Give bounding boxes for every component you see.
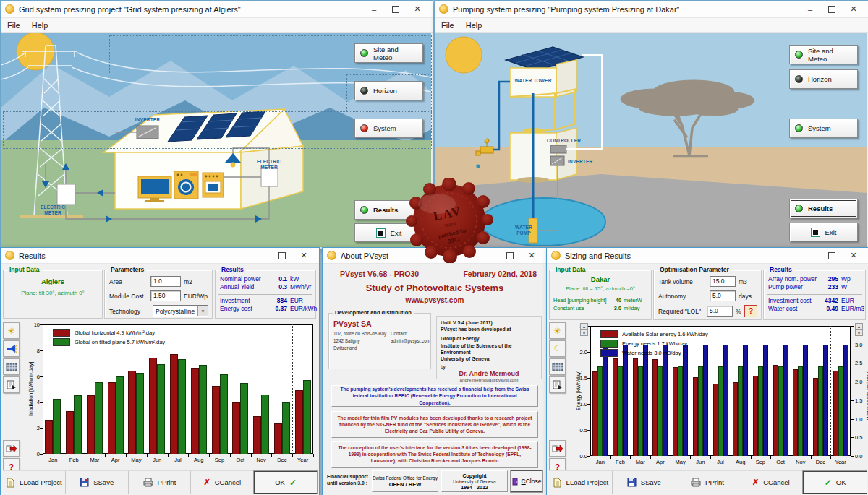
x-tick-label: Dec xyxy=(809,459,831,465)
x-tick-label: Sep xyxy=(749,459,771,465)
titlebar[interactable]: Grid system presizing project "Grid syst… xyxy=(1,1,433,18)
close-button[interactable]: ✕ xyxy=(843,2,864,17)
window-title: Pumping system presizing "Pumping system… xyxy=(453,5,679,14)
ofen-line1: Swiss Federal Office for Energy xyxy=(373,475,438,481)
meter-box-pylon xyxy=(57,184,75,205)
right-axis-spinner[interactable]: ▲▼ xyxy=(855,323,863,336)
x-tick-label: May xyxy=(670,459,692,465)
ofen-line2: OFEN / BEW xyxy=(389,481,422,488)
chart-bar xyxy=(261,395,269,454)
chart-bar xyxy=(638,366,643,456)
chart-bar xyxy=(240,383,248,454)
minimize-button[interactable]: – xyxy=(363,2,385,17)
contact-email[interactable]: admin@pvsyst.com xyxy=(391,337,430,345)
cancel-x-icon: ✗ xyxy=(752,478,759,487)
x-tick-label: Jan xyxy=(590,459,611,465)
copyright-line1: Copyright xyxy=(462,473,486,478)
x-tick-label: Feb xyxy=(610,459,631,465)
history-line: PVsyst has been developed at xyxy=(441,326,537,332)
chart-bar xyxy=(116,376,124,454)
chart-bar xyxy=(703,345,708,456)
x-tick-label: Aug xyxy=(730,459,752,465)
chart-bar xyxy=(778,366,783,456)
save-icon xyxy=(627,478,637,487)
author-email[interactable]: andre.mermoud@pvsyst.com xyxy=(441,377,537,382)
chart-bar xyxy=(178,359,186,454)
chart-bar xyxy=(603,345,608,456)
chart-bar xyxy=(783,345,788,456)
x-tick-label: Mar xyxy=(629,459,651,465)
desktop: Grid system presizing project "Grid syst… xyxy=(0,0,868,495)
chart-bar xyxy=(723,345,728,456)
exit-button[interactable]: Exit xyxy=(789,223,858,241)
horizon-button[interactable]: Horizon xyxy=(789,69,858,89)
exit-door-icon xyxy=(512,478,519,486)
wax-seal-watermark: LAV team patched by 33Ci xyxy=(402,178,496,263)
cancel-button[interactable]: ✗ CCancel xyxy=(739,471,803,494)
ok-button[interactable]: ✓ OK xyxy=(803,471,867,494)
chart-bar xyxy=(798,366,803,456)
electric-meter-label-house: ELECTRIC METER xyxy=(252,159,286,171)
chart-bar xyxy=(698,366,703,456)
led-icon xyxy=(360,49,368,57)
maximize-button[interactable] xyxy=(385,2,407,17)
cancel-button[interactable]: ✗ CCancel xyxy=(191,471,254,494)
chart-bar xyxy=(253,416,261,454)
chart-bar xyxy=(618,366,623,456)
close-dialog-button[interactable]: CClose xyxy=(511,470,542,492)
y-axis-title: Irradiation [kWh/m².day] xyxy=(28,362,33,416)
save-button[interactable]: SSave xyxy=(66,471,129,494)
menu-file[interactable]: File xyxy=(7,21,20,30)
load-project-icon xyxy=(553,478,562,488)
website-link[interactable]: www.pvsyst.com xyxy=(323,296,547,304)
save-button[interactable]: SSave xyxy=(613,471,676,494)
chart-bar xyxy=(633,358,638,456)
system-button[interactable]: System xyxy=(354,119,423,138)
horizon-button[interactable]: Horizon xyxy=(354,81,423,100)
close-button[interactable]: ✕ xyxy=(407,2,428,17)
label: Load Project xyxy=(570,478,608,486)
inverter-label: INVERTER xyxy=(132,117,163,123)
copyright-box: Copyright University of Geneva 1994 - 20… xyxy=(441,470,508,492)
label: Print xyxy=(162,478,176,486)
needs-energy-chart: 0.00.51.01.52.02.50.00.51.01.52.02.53.03… xyxy=(547,248,868,495)
x-tick-label: May xyxy=(125,457,147,463)
results-button[interactable]: Results xyxy=(789,199,858,218)
print-button[interactable]: PPrint xyxy=(129,471,192,494)
x-tick-label: Jun xyxy=(689,459,711,465)
cancel-x-icon: ✗ xyxy=(203,478,210,487)
x-tick-label: Aug xyxy=(188,457,210,463)
menu-help[interactable]: Help xyxy=(466,21,482,30)
chart-bar xyxy=(149,358,157,454)
load-project-button[interactable]: LLoad Project xyxy=(549,471,613,494)
chart-bar xyxy=(693,377,698,456)
x-tick-label: Jun xyxy=(146,457,168,463)
minimize-button[interactable]: – xyxy=(799,2,821,17)
print-button[interactable]: PPrint xyxy=(676,471,740,494)
chart-bar xyxy=(74,395,82,454)
load-project-button[interactable]: LLoad Project xyxy=(3,471,66,494)
window-grid-presizing: Grid system presizing project "Grid syst… xyxy=(0,0,433,249)
ok-button[interactable]: OK ✓ xyxy=(254,471,317,494)
footer-toolbar: LLoad Project SSave PPrint ✗ CCancel ✓ O… xyxy=(549,470,867,494)
print-icon xyxy=(143,478,153,487)
left-axis-spinner[interactable]: ▲▼ xyxy=(580,323,588,336)
x-tick-label: Year xyxy=(830,459,851,465)
window-title: Grid system presizing project "Grid syst… xyxy=(19,5,241,14)
menu-file[interactable]: File xyxy=(441,21,454,30)
menu-help[interactable]: Help xyxy=(32,21,48,30)
x-tick-label: Sep xyxy=(209,457,231,463)
maximize-button[interactable] xyxy=(821,2,843,17)
led-icon xyxy=(360,124,368,132)
chart-bar xyxy=(87,395,95,454)
chart-bar xyxy=(295,390,303,454)
chart-bar xyxy=(212,386,220,454)
titlebar[interactable]: Pumping system presizing "Pumping system… xyxy=(435,1,868,18)
site-meteo-button[interactable]: Site and Meteo xyxy=(354,43,423,63)
system-button[interactable]: System xyxy=(789,119,858,138)
maximize-button[interactable] xyxy=(499,249,521,263)
chart-bar xyxy=(274,423,282,454)
close-button[interactable]: ✕ xyxy=(521,249,542,263)
site-meteo-button[interactable]: Site and Meteo xyxy=(789,45,858,64)
x-tick-label: Jan xyxy=(42,457,64,463)
